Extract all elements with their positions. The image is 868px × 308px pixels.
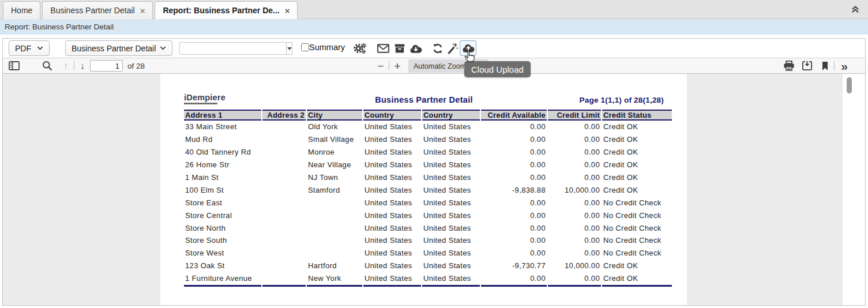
breadcrumb-title: Report: Business Partner Detail [5,22,114,31]
filter-combobox [179,42,292,55]
vertical-scrollbar-thumb[interactable] [847,77,852,93]
table-cell: United States [363,183,421,196]
table-cell: United States [363,146,421,159]
customize-wand-icon [446,43,458,55]
tab-label: Report: Business Partner De... [163,6,279,15]
table-cell: Credit OK [602,121,672,133]
collapse-header-button[interactable] [851,5,860,14]
table-border-cell [307,285,362,287]
summary-checkbox[interactable] [301,43,309,51]
table-cell: 0.00 [481,234,547,247]
report-select[interactable]: Business Partner Detail [65,40,172,56]
report-table-header-row: Address 1Address 2CityCountryCountryCred… [184,110,672,121]
previous-page-button[interactable]: ↑ [59,58,73,73]
tab-report-business-partner-detail[interactable]: Report: Business Partner De... × [155,1,298,19]
table-cell: Store East [184,196,261,209]
table-border-cell [262,285,306,287]
table-cell [307,209,362,221]
column-header: Country [422,110,480,121]
format-select[interactable]: PDF [9,40,50,56]
table-cell: 1 Furniture Avenue [184,272,261,285]
column-header: Credit Limit [548,110,601,121]
table-cell: Credit OK [602,146,672,159]
toolbar-separator [834,61,835,70]
table-cell: Monroe [307,146,362,159]
pdf-toolbar: ↑ ↓ of 28 − + Automatic Zoom [3,58,865,74]
table-row: Store EastUnited StatesUnited States0.00… [184,196,672,209]
table-cell: -9,730.77 [481,260,547,272]
table-cell: United States [422,159,480,171]
table-cell: United States [422,121,480,133]
table-cell: No Credit Check [602,221,672,234]
print-button[interactable] [781,58,796,73]
table-cell [262,159,306,171]
table-cell [262,260,306,272]
table-cell: Credit OK [602,183,672,196]
table-cell: United States [422,272,480,285]
close-icon[interactable]: × [285,6,290,15]
send-mail-button[interactable] [377,42,389,55]
customize-button[interactable] [446,42,459,55]
send-mail-icon [377,44,389,53]
save-button[interactable] [799,58,814,73]
table-cell: 100 Elm St [184,183,261,196]
table-cell: -9,838.88 [481,183,547,196]
toggle-sidebar-button[interactable] [6,58,21,73]
zoom-level-value: Automatic Zoom [414,62,466,70]
table-cell [262,221,306,234]
table-cell [262,183,306,196]
hand-cursor-icon [464,50,475,63]
table-cell: United States [422,234,480,247]
zoom-in-button[interactable]: + [390,58,404,73]
table-cell: Old York [307,121,362,133]
report-header: iDempiere Business Partner Detail Page 1… [184,93,664,104]
table-cell: 0.00 [548,247,601,260]
table-border-cell [422,285,480,287]
table-row: 40 Old Tannery RdMonroeUnited StatesUnit… [184,146,672,159]
table-cell: United States [422,171,480,184]
tab-business-partner-detail[interactable]: Business Partner Detail × [42,1,153,19]
close-icon[interactable]: × [140,6,145,15]
archive-button[interactable] [393,42,406,55]
table-cell: 33 Main Street [184,121,261,133]
next-page-button[interactable]: ↓ [76,58,89,73]
report-select-value: Business Partner Detail [72,44,156,53]
cloud-download-icon [409,44,422,54]
report-logo-text: iDempiere [184,93,226,102]
search-icon [42,61,52,71]
table-cell: 0.00 [481,159,547,171]
filter-dropdown-button[interactable] [286,42,292,55]
table-cell [262,146,306,159]
table-cell: Small Village [307,133,362,146]
table-row: 1 Main StNJ TownUnited StatesUnited Stat… [184,171,672,184]
table-cell [262,133,306,146]
table-cell: United States [363,171,421,184]
page-number-input[interactable] [90,60,123,72]
table-cell: 40 Old Tannery Rd [184,146,261,159]
process-settings-button[interactable] [354,42,366,55]
table-cell: 0.00 [481,121,547,133]
zoom-out-button[interactable]: − [374,58,388,73]
more-tools-button[interactable]: » [837,58,852,73]
sidebar-toggle-icon [9,61,20,70]
bookmark-icon [821,61,829,71]
column-header: Address 1 [184,110,261,121]
table-cell: 0.00 [481,133,547,146]
table-cell: Mud Rd [184,133,261,146]
archive-icon [394,43,405,54]
filter-input[interactable] [179,42,286,55]
arrow-down-icon: ↓ [80,61,85,71]
bookmark-button[interactable] [818,58,831,73]
double-chevron-right-icon: » [841,60,848,72]
table-cell [262,171,306,184]
table-cell: 0.00 [548,146,601,159]
table-cell: 10,000.00 [548,183,601,196]
logo-tagline [184,103,217,104]
table-cell: NJ Town [307,171,362,184]
tab-home[interactable]: Home [3,1,40,19]
column-header: Credit Available [481,110,547,121]
refresh-button[interactable] [431,42,444,55]
table-cell [262,196,306,209]
find-button[interactable] [40,58,55,73]
cloud-download-button[interactable] [409,42,422,55]
